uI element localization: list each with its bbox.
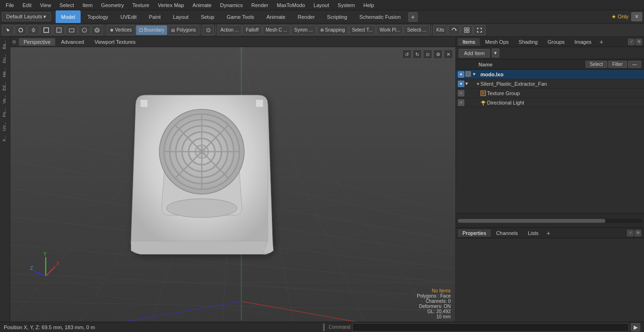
items-eye-modo[interactable]: ● [458, 71, 464, 78]
items-eye-fan[interactable]: ● [458, 81, 464, 87]
kits-btn[interactable]: Kits [433, 25, 448, 35]
layout-tab-uvedit[interactable]: UVEdit [115, 10, 142, 23]
vp-ctrl-rotate[interactable]: ↺ [402, 49, 412, 59]
tool-box2[interactable] [53, 25, 65, 35]
menu-file[interactable]: File [2, 1, 18, 9]
menu-dynamics[interactable]: Dynamics [216, 1, 247, 9]
menu-edit[interactable]: Edit [19, 1, 35, 9]
sidebar-item-final[interactable]: F... [1, 134, 9, 143]
right-tab-groups[interactable]: Groups [543, 38, 569, 46]
right-tab-shading[interactable]: Shading [514, 38, 542, 46]
right-panel-settings[interactable]: ⚙ [636, 39, 642, 45]
mode-polygons[interactable]: Polygons [168, 25, 199, 35]
vp-tab-advanced[interactable]: Advanced [56, 38, 89, 46]
menu-geometry[interactable]: Geometry [97, 1, 127, 9]
sidebar-item-uv[interactable]: UV... [1, 120, 9, 133]
menu-animate[interactable]: Animate [189, 1, 215, 9]
layout-add-button[interactable]: + [408, 12, 418, 22]
sidebar-item-poly[interactable]: Po... [1, 106, 9, 119]
items-expand-modo[interactable]: ▾ [473, 71, 479, 77]
items-row-texture[interactable]: ● Texture Group [456, 89, 644, 98]
mode-vertices[interactable]: Vertices [107, 25, 135, 35]
menu-select[interactable]: Select [56, 1, 78, 9]
items-filter-btn[interactable]: Filter [608, 61, 627, 68]
tool-move[interactable] [15, 25, 27, 35]
layout-tab-layout[interactable]: Layout [167, 10, 194, 23]
menu-system[interactable]: System [334, 1, 359, 9]
layout-x-button[interactable]: ✕ [631, 12, 642, 21]
viewport-canvas[interactable]: ↺ ↻ ⊙ ⚙ ✕ X Y Z No Items Po [10, 47, 455, 322]
tool-extra1[interactable] [203, 25, 214, 35]
right-tab-add[interactable]: + [597, 37, 606, 47]
items-expand-fan[interactable]: ▾ [465, 81, 472, 87]
menu-texture[interactable]: Texture [129, 1, 153, 9]
layout-tab-gametools[interactable]: Game Tools [221, 10, 260, 23]
props-settings-btn[interactable]: ⚙ [635, 230, 641, 236]
select-t-btn[interactable]: Select T... [349, 25, 376, 35]
layout-tab-paint[interactable]: Paint [143, 10, 166, 23]
right-tab-items[interactable]: Items [458, 38, 480, 46]
sidebar-item-dup[interactable]: Du... [1, 52, 9, 65]
default-layouts-dropdown[interactable]: Default Layouts ▾ [2, 12, 51, 21]
layout-tab-setup[interactable]: Setup [195, 10, 220, 23]
menu-render[interactable]: Render [248, 1, 272, 9]
tool-select[interactable] [2, 25, 14, 35]
snapping-btn[interactable]: ⊕ Snapping [317, 25, 348, 35]
tool-box[interactable] [40, 25, 52, 35]
menu-vertex-map[interactable]: Vertex Map [154, 1, 188, 9]
items-select-btn[interactable]: Select [586, 61, 607, 68]
layout-tab-topology[interactable]: Topology [82, 10, 114, 23]
vp-fit-btn[interactable] [473, 25, 486, 35]
props-tab-channels[interactable]: Channels [491, 229, 522, 237]
layout-tab-render[interactable]: Render [292, 10, 320, 23]
action-btn[interactable]: Action ... [217, 25, 242, 35]
vp-tab-textures[interactable]: Viewport Textures [90, 38, 140, 46]
layout-tab-animate[interactable]: Animate [261, 10, 291, 23]
items-row-fan[interactable]: ● ▾ Silent_Plastic_Extractor_Fan [456, 79, 644, 89]
work-pl-btn[interactable]: Work Pl... [376, 25, 403, 35]
layout-tab-scripting[interactable]: Scripting [322, 10, 353, 23]
items-row-light[interactable]: ● Directional Light [456, 98, 644, 107]
vp-ctrl-settings[interactable]: ⚙ [433, 49, 443, 59]
right-tab-images[interactable]: Images [570, 38, 596, 46]
items-scrollbar-thumb[interactable] [458, 219, 605, 223]
menu-help[interactable]: Help [360, 1, 378, 9]
items-row-modo-lxo[interactable]: ● ▾ modo.lxo [456, 70, 644, 79]
sidebar-item-edge[interactable]: Ed... [1, 80, 9, 93]
add-item-dropdown[interactable]: ▾ [492, 49, 499, 57]
right-panel-expand[interactable]: ⤢ [628, 39, 635, 45]
layout-tab-model[interactable]: Model [56, 10, 81, 23]
add-item-button[interactable]: Add Item [459, 49, 490, 57]
sidebar-item-mesh[interactable]: Me... [1, 66, 9, 79]
props-tab-properties[interactable]: Properties [458, 229, 491, 237]
props-tab-lists[interactable]: Lists [523, 229, 544, 237]
cmd-exec-button[interactable]: ▶ [631, 323, 640, 332]
menu-layout[interactable]: Layout [310, 1, 333, 9]
items-minus-btn[interactable]: — [628, 61, 641, 68]
tool-pentagon[interactable] [78, 25, 91, 35]
vp-ctrl-refresh[interactable]: ↻ [413, 49, 422, 59]
right-tab-meshops[interactable]: Mesh Ops [480, 38, 513, 46]
symm-btn[interactable]: Symm ... [291, 25, 316, 35]
selecti-btn[interactable]: Selecti ... [404, 25, 429, 35]
vp-tab-perspective[interactable]: Perspective [19, 38, 55, 46]
layout-tab-schematic[interactable]: Schematic Fusion [354, 10, 406, 23]
props-expand-btn[interactable]: ⤢ [627, 230, 634, 236]
vp-rotate-btn[interactable] [448, 25, 460, 35]
command-input[interactable] [352, 323, 629, 332]
tool-plane[interactable] [66, 25, 78, 35]
items-eye-light[interactable]: ● [458, 99, 464, 106]
menu-item[interactable]: Item [79, 1, 96, 9]
falloff-btn[interactable]: Falloff [242, 25, 262, 35]
menu-maxtomodo[interactable]: MaxToModo [273, 1, 309, 9]
sidebar-item-basic[interactable]: Ba... [1, 39, 9, 51]
vp-grid-btn[interactable] [461, 25, 473, 35]
mesh-c-btn[interactable]: Mesh C ... [263, 25, 291, 35]
tool-transform[interactable] [91, 25, 103, 35]
tool-circle[interactable] [27, 25, 40, 35]
items-eye-texture[interactable]: ● [458, 90, 464, 97]
vp-ctrl-close[interactable]: ✕ [444, 49, 453, 59]
props-tab-add[interactable]: + [544, 228, 553, 238]
mode-boundary[interactable]: Boundary [136, 25, 168, 35]
vp-ctrl-zoom[interactable]: ⊙ [423, 49, 432, 59]
